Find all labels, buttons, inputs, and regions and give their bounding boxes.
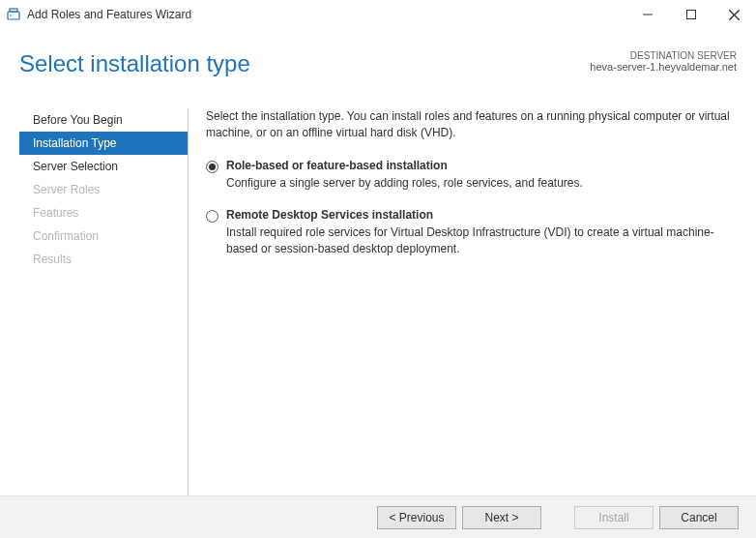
- maximize-button[interactable]: [669, 0, 712, 29]
- next-button[interactable]: Next >: [462, 506, 541, 529]
- svg-rect-4: [686, 11, 695, 19]
- window-title: Add Roles and Features Wizard: [27, 8, 625, 21]
- sidebar-item-features: Features: [19, 201, 188, 224]
- sidebar-item-server-selection[interactable]: Server Selection: [19, 155, 188, 178]
- window-controls: [625, 0, 756, 29]
- close-button[interactable]: [712, 0, 756, 29]
- cancel-button[interactable]: Cancel: [659, 506, 739, 529]
- sidebar-item-before-you-begin[interactable]: Before You Begin: [19, 108, 188, 132]
- radio-title: Remote Desktop Services installation: [226, 208, 737, 222]
- previous-button[interactable]: < Previous: [377, 506, 456, 529]
- svg-point-2: [10, 15, 12, 16]
- radio-desc: Configure a single server by adding role…: [226, 175, 737, 192]
- titlebar: Add Roles and Features Wizard: [0, 0, 756, 29]
- sidebar-item-results: Results: [19, 248, 188, 271]
- header: Select installation type DESTINATION SER…: [0, 29, 756, 77]
- radio-texts: Remote Desktop Services installation Ins…: [226, 208, 737, 257]
- sidebar-item-installation-type[interactable]: Installation Type: [19, 132, 188, 155]
- radio-title: Role-based or feature-based installation: [226, 159, 737, 172]
- sidebar-item-confirmation: Confirmation: [19, 224, 188, 248]
- main-content: Select the installation type. You can in…: [189, 108, 756, 495]
- radio-indicator-unselected-icon: [206, 210, 218, 223]
- radio-remote-desktop[interactable]: Remote Desktop Services installation Ins…: [206, 208, 737, 257]
- radio-role-based[interactable]: Role-based or feature-based installation…: [206, 159, 737, 192]
- sidebar: Before You Begin Installation Type Serve…: [19, 108, 189, 495]
- page-title: Select installation type: [19, 50, 250, 77]
- footer: < Previous Next > Install Cancel: [0, 495, 756, 538]
- svg-rect-0: [8, 12, 19, 19]
- radio-texts: Role-based or feature-based installation…: [226, 159, 737, 192]
- intro-text: Select the installation type. You can in…: [206, 108, 737, 141]
- destination-block: DESTINATION SERVER heva-server-1.heyvald…: [590, 50, 737, 73]
- app-icon: [6, 7, 21, 22]
- destination-label: DESTINATION SERVER: [590, 50, 737, 61]
- svg-rect-1: [10, 9, 17, 12]
- radio-indicator-selected-icon: [206, 161, 218, 173]
- content: Before You Begin Installation Type Serve…: [0, 108, 756, 495]
- sidebar-item-server-roles: Server Roles: [19, 178, 188, 201]
- destination-server: heva-server-1.heyvaldemar.net: [590, 61, 737, 73]
- radio-desc: Install required role services for Virtu…: [226, 224, 737, 257]
- install-button: Install: [574, 506, 654, 529]
- minimize-button[interactable]: [625, 0, 669, 29]
